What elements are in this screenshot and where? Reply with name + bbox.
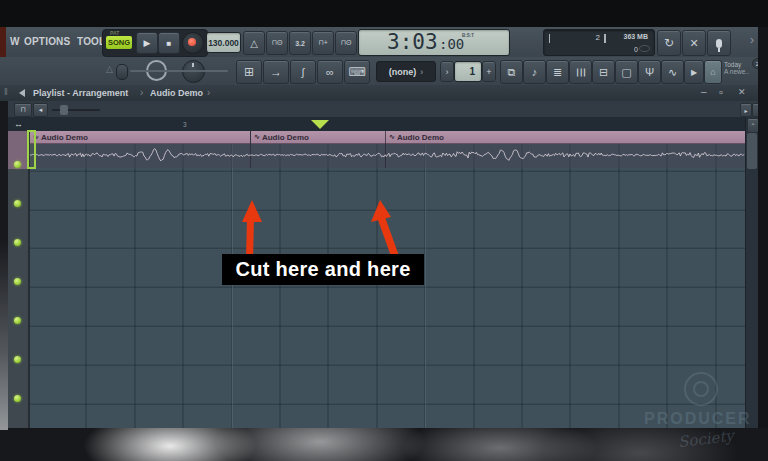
slide-button[interactable]: ʃ (290, 60, 316, 84)
close-button[interactable]: ✕ (738, 87, 746, 97)
plugin-picker-button[interactable]: Ψ (638, 60, 661, 84)
loop-record-button[interactable]: ↻ (657, 30, 681, 56)
mic-button[interactable] (707, 30, 731, 56)
top-background (0, 0, 768, 27)
pattern-grid-button[interactable]: ⊞ (236, 60, 262, 84)
menu-options[interactable]: OPTIONS (24, 36, 70, 47)
menu-view[interactable]: W (10, 36, 20, 47)
timeline-ruler[interactable]: ↔ 3 (8, 117, 745, 132)
panel-playlist-button[interactable]: ⧉ (500, 60, 523, 84)
clip-label: Audio Demo (397, 133, 444, 142)
slider-handle[interactable] (116, 64, 128, 80)
resource-panel: 2 363 MB 0 (543, 29, 655, 56)
mic-icon (716, 39, 722, 48)
cpu-usage: 0 (634, 46, 638, 53)
strip-pattern-button[interactable]: ⊓ (14, 103, 32, 117)
strip-fwd-button[interactable]: ▸ (740, 103, 752, 117)
step-edit-button[interactable]: ⊓+ (312, 31, 334, 55)
touch-controller-button[interactable]: ▶ (684, 60, 704, 84)
countdown-button[interactable]: 3.2 (289, 31, 311, 55)
cpu-meter-oval (639, 45, 650, 52)
pattern-selector[interactable]: (none) › (376, 61, 436, 82)
play-icon: ▶ (144, 38, 151, 48)
time-display[interactable]: 3:03 :00 B:S:T (358, 29, 510, 56)
track-mute-led[interactable] (14, 161, 21, 168)
clip-wave-icon: ∿ (389, 133, 395, 141)
shop-button[interactable]: ⌂ (704, 60, 722, 84)
track-count: 2 (596, 33, 600, 42)
fl-studio-screenshot: W OPTIONS TOOLS HELP PAT SONG ▶ ■ 130.00… (0, 0, 768, 461)
bar-line-light (425, 131, 426, 428)
step-edit-icon: ⊓+ (318, 39, 328, 47)
track-mute-led[interactable] (14, 239, 21, 246)
news-ticker[interactable]: Today A newe.. (724, 61, 754, 81)
main-toolbar: W OPTIONS TOOLS HELP PAT SONG ▶ ■ 130.00… (0, 27, 762, 58)
panel-mixer-button[interactable]: ☰ (569, 60, 592, 84)
pattern-selector-value: (none) (389, 67, 417, 77)
pitch-slider[interactable] (108, 63, 228, 79)
pattern-prev-button[interactable]: › (440, 61, 454, 82)
cut-icon: ✕ (689, 37, 698, 50)
strip-back-button[interactable]: ◂ (33, 103, 48, 117)
track-mute-led[interactable] (14, 356, 21, 363)
breadcrumb-section[interactable]: Audio Demo (150, 88, 203, 98)
song-forward-button[interactable]: → (263, 60, 289, 84)
project-picker-button[interactable]: ▢ (615, 60, 638, 84)
clip-label: Audio Demo (41, 133, 88, 142)
slide-icon: ʃ (302, 66, 304, 78)
panel-piano-roll-button[interactable]: ♪ (523, 60, 546, 84)
scrollbar-thumb[interactable] (747, 133, 757, 169)
cut-tool-button[interactable]: ✕ (682, 30, 706, 56)
song-mode-button[interactable]: SONG (106, 36, 132, 49)
speaker-icon (19, 89, 25, 97)
track-mute-led[interactable] (14, 317, 21, 324)
breadcrumb-sep1: › (140, 87, 143, 98)
clip-label: Audio Demo (262, 133, 309, 142)
pattern-next-icon: › (446, 67, 449, 77)
loop-record-icon: ↻ (664, 36, 674, 50)
audio-waveform (30, 142, 745, 168)
time-mode-label[interactable]: B:S:T (462, 33, 474, 38)
panel-browser-button[interactable]: ⊟ (592, 60, 615, 84)
watermark-script: Society (677, 427, 735, 452)
playhead-marker[interactable] (311, 120, 329, 129)
pattern-number-value: 1 (469, 66, 475, 77)
play-button[interactable]: ▶ (136, 32, 158, 54)
slider-track (130, 70, 228, 72)
track-mute-led[interactable] (14, 278, 21, 285)
strip-slider-handle[interactable] (60, 105, 68, 115)
typing-to-piano-icon: ⊓ʘ (341, 39, 352, 47)
grip-icon: ‖ (4, 87, 8, 97)
link-icon: ∞ (326, 66, 334, 78)
strip-right-icon: ▸ (744, 107, 747, 114)
bpm-display[interactable]: 130.000 (206, 32, 241, 53)
track-mute-led[interactable] (14, 200, 21, 207)
remote-control-button[interactable]: ∿ (661, 60, 684, 84)
panel-channel-rack-button[interactable]: ≣ (546, 60, 569, 84)
watermark-brand: PRODUCER (644, 410, 752, 428)
record-button[interactable] (182, 32, 204, 54)
resize-icon[interactable]: ↔ (14, 119, 23, 129)
metronome-button[interactable]: △ (243, 31, 265, 55)
typing-to-piano-button[interactable]: ⊓ʘ (335, 31, 357, 55)
pattern-add-button[interactable]: + (482, 61, 496, 82)
minimize-button[interactable]: – (701, 86, 707, 97)
toolbar-overflow-chevron[interactable]: › (750, 33, 754, 47)
link-button[interactable]: ∞ (317, 60, 343, 84)
maximize-button[interactable]: ▫ (719, 86, 723, 98)
watermark-speaker-icon (684, 372, 718, 406)
stop-button[interactable]: ■ (158, 32, 180, 54)
watermark: PRODUCER Society (640, 372, 765, 457)
playlist-title: Playlist - Arrangement (33, 88, 128, 98)
record-icon (188, 38, 196, 46)
pattern-number-display[interactable]: 1 (454, 61, 482, 82)
clip-wave-icon: ∿ (254, 133, 260, 141)
typing-keyboard-button[interactable]: ⌨ (344, 60, 370, 84)
breadcrumb-sep2: › (207, 87, 210, 98)
clip-selection-bracket[interactable] (27, 130, 36, 169)
playlist-titlebar[interactable]: ‖ Playlist - Arrangement › Audio Demo › … (0, 85, 758, 102)
annotation-label: Cut here and here (222, 254, 424, 285)
track-mute-led[interactable] (14, 395, 21, 402)
wait-for-input-button[interactable]: ⊓ʘ (266, 31, 288, 55)
ruler-bar-number: 3 (183, 121, 187, 128)
